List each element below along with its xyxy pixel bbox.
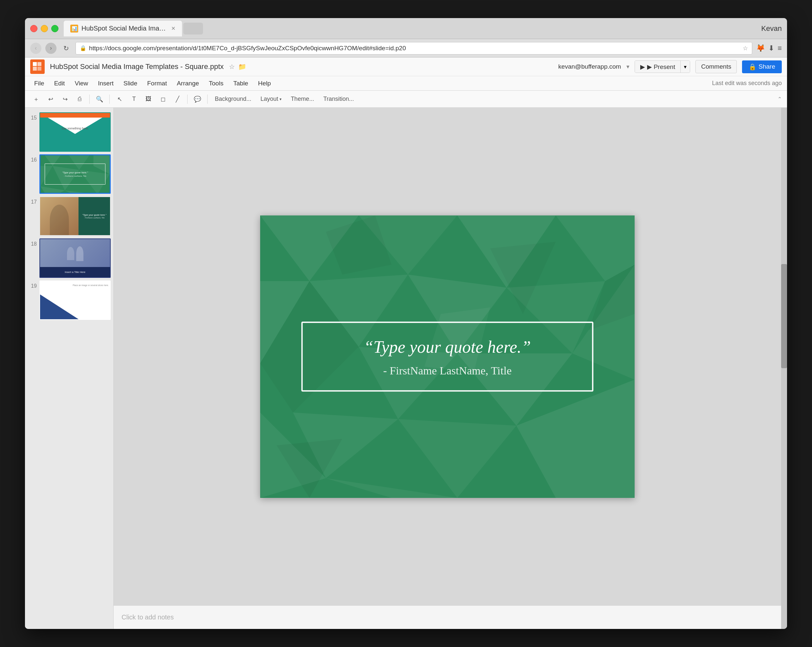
menu-arrange[interactable]: Arrange xyxy=(173,78,203,89)
star-icon[interactable]: ☆ xyxy=(229,63,235,70)
slide-number-19: 19 xyxy=(27,281,37,289)
menu-view[interactable]: View xyxy=(71,78,92,89)
toolbar-theme-button[interactable]: Theme... xyxy=(287,94,317,104)
slide-thumb-18[interactable]: Insert a Title Here xyxy=(40,238,111,278)
toolbar-text-button[interactable]: T xyxy=(128,93,140,105)
menu-insert[interactable]: Insert xyxy=(94,78,118,89)
refresh-button[interactable]: ↻ xyxy=(60,43,72,54)
slide-item-17[interactable]: 17 "Type your quote here." - FirstName L… xyxy=(25,195,113,237)
slide-item-15[interactable]: 15 Say something here. xyxy=(25,111,113,153)
app-title-bar: HubSpot Social Media Image Templates - S… xyxy=(25,58,787,76)
slide-number-18: 18 xyxy=(27,238,37,247)
menu-table[interactable]: Table xyxy=(229,78,252,89)
slide-item-16[interactable]: 16 "Typ xyxy=(25,153,113,195)
toolbar-background-button[interactable]: Background... xyxy=(212,94,255,104)
play-icon: ▶ xyxy=(640,63,645,70)
svg-rect-0 xyxy=(33,62,37,66)
toolbar-separator-3 xyxy=(187,95,188,104)
slides-panel: 15 Say something here. 16 xyxy=(25,108,114,629)
inactive-tab[interactable] xyxy=(183,23,203,35)
slide-thumb-17[interactable]: "Type your quote here." - FirstName Last… xyxy=(40,197,111,236)
tab-close-button[interactable]: ✕ xyxy=(171,25,176,32)
slide-17-attr: - FirstName LastName, Title xyxy=(84,217,104,219)
toolbar-cursor-button[interactable]: ↖ xyxy=(114,93,125,105)
toolbar-redo-button[interactable]: ↪ xyxy=(59,93,71,105)
slide-canvas-container[interactable]: “Type your quote here.” - FirstName Last… xyxy=(114,108,781,605)
format-toolbar: ＋ ↩ ↪ ⎙ 🔍 ↖ T 🖼 ◻ ╱ 💬 Background... Layo… xyxy=(25,91,787,108)
lock-icon: 🔒 xyxy=(80,45,86,51)
svg-rect-1 xyxy=(37,62,41,66)
toolbar-separator-4 xyxy=(207,95,208,104)
toolbar-line-button[interactable]: ╱ xyxy=(171,93,183,105)
present-button[interactable]: ▶ ▶ Present ▾ xyxy=(635,60,690,73)
minimize-button[interactable] xyxy=(41,25,48,32)
svg-rect-2 xyxy=(33,67,37,70)
menu-icon[interactable]: ≡ xyxy=(777,44,782,53)
present-dropdown-button[interactable]: ▾ xyxy=(680,61,690,73)
main-content: 15 Say something here. 16 xyxy=(25,108,787,629)
slide-18-photo xyxy=(40,239,110,268)
slide-item-18[interactable]: 18 Insert a Title Here xyxy=(25,237,113,279)
forward-button[interactable]: › xyxy=(45,43,56,54)
toolbar-print-button[interactable]: ⎙ xyxy=(73,93,85,105)
svg-marker-10 xyxy=(40,186,65,193)
svg-marker-11 xyxy=(65,191,97,193)
menu-help[interactable]: Help xyxy=(254,78,275,89)
toolbar-undo-button[interactable]: ↩ xyxy=(45,93,56,105)
app-toolbar: HubSpot Social Media Image Templates - S… xyxy=(25,58,787,91)
toolbar-add-button[interactable]: ＋ xyxy=(30,93,42,105)
slide-16-quote: "Type your quote here." xyxy=(62,171,88,174)
layout-chevron-icon: ▾ xyxy=(279,97,281,101)
toolbar-zoom-button[interactable]: 🔍 xyxy=(94,93,105,105)
slide-16-bg: "Type your quote here." - FirstName Last… xyxy=(40,155,110,193)
extensions-icon[interactable]: 🦊 xyxy=(756,44,765,53)
background-label: Background... xyxy=(215,96,251,102)
slide-attribution-text[interactable]: - FirstName LastName, Title xyxy=(383,365,512,377)
folder-icon[interactable]: 📁 xyxy=(238,63,246,70)
toolbar-transition-button[interactable]: Transition... xyxy=(320,94,357,104)
share-button[interactable]: 🔒 Share xyxy=(742,60,782,73)
menu-edit[interactable]: Edit xyxy=(50,78,69,89)
download-icon[interactable]: ⬇ xyxy=(768,44,774,53)
comments-button[interactable]: Comments xyxy=(695,60,737,73)
refresh-icon: ↻ xyxy=(63,44,69,52)
slide-thumb-15[interactable]: Say something here. xyxy=(40,112,111,152)
share-label: Share xyxy=(759,63,775,70)
menu-slide[interactable]: Slide xyxy=(119,78,141,89)
scrollbar-thumb[interactable] xyxy=(781,264,787,368)
traffic-lights xyxy=(30,25,58,32)
scrollbar[interactable] xyxy=(781,108,787,629)
tab-favicon: 📊 xyxy=(70,24,78,32)
toolbar-shapes-button[interactable]: ◻ xyxy=(157,93,169,105)
address-bar: ‹ › ↻ 🔒 https://docs.google.com/presenta… xyxy=(25,39,787,58)
slide-quote-box[interactable]: “Type your quote here.” - FirstName Last… xyxy=(301,322,593,392)
url-bar[interactable]: 🔒 https://docs.google.com/presentation/d… xyxy=(76,42,752,55)
back-button[interactable]: ‹ xyxy=(30,43,41,54)
slide-quote-text[interactable]: “Type your quote here.” xyxy=(364,336,531,358)
present-main-action[interactable]: ▶ ▶ Present xyxy=(635,61,681,73)
slide-item-19[interactable]: 19 Place an image or several slices here… xyxy=(25,279,113,321)
toolbar-comment-button[interactable]: 💬 xyxy=(191,93,203,105)
present-label: ▶ Present xyxy=(647,63,675,70)
menu-tools[interactable]: Tools xyxy=(205,78,227,89)
toolbar-image-button[interactable]: 🖼 xyxy=(143,93,154,105)
slide-canvas[interactable]: “Type your quote here.” - FirstName Last… xyxy=(260,215,635,498)
toolbar-layout-button[interactable]: Layout ▾ xyxy=(257,94,285,104)
slide-19-triangle xyxy=(40,295,78,319)
slide-thumb-16[interactable]: "Type your quote here." - FirstName Last… xyxy=(40,154,111,194)
account-dropdown-icon[interactable]: ▾ xyxy=(626,63,629,70)
editor-area: “Type your quote here.” - FirstName Last… xyxy=(114,108,781,629)
maximize-button[interactable] xyxy=(51,25,58,32)
toolbar-collapse-button[interactable]: ⌃ xyxy=(777,96,782,102)
menu-format[interactable]: Format xyxy=(143,78,171,89)
slide-thumb-19[interactable]: Place an image or several slices here. xyxy=(40,281,111,320)
last-edit-status: Last edit was seconds ago xyxy=(712,80,782,87)
notes-area[interactable]: Click to add notes xyxy=(114,605,781,629)
close-button[interactable] xyxy=(30,25,37,32)
slide-17-quote: "Type your quote here." xyxy=(82,214,107,216)
bookmark-icon[interactable]: ☆ xyxy=(743,45,748,52)
menu-file[interactable]: File xyxy=(30,78,48,89)
browser-action-icons: 🦊 ⬇ ≡ xyxy=(756,44,782,53)
active-tab[interactable]: 📊 HubSpot Social Media Ima… ✕ xyxy=(64,21,182,37)
user-email[interactable]: kevan@bufferapp.com xyxy=(559,63,621,70)
